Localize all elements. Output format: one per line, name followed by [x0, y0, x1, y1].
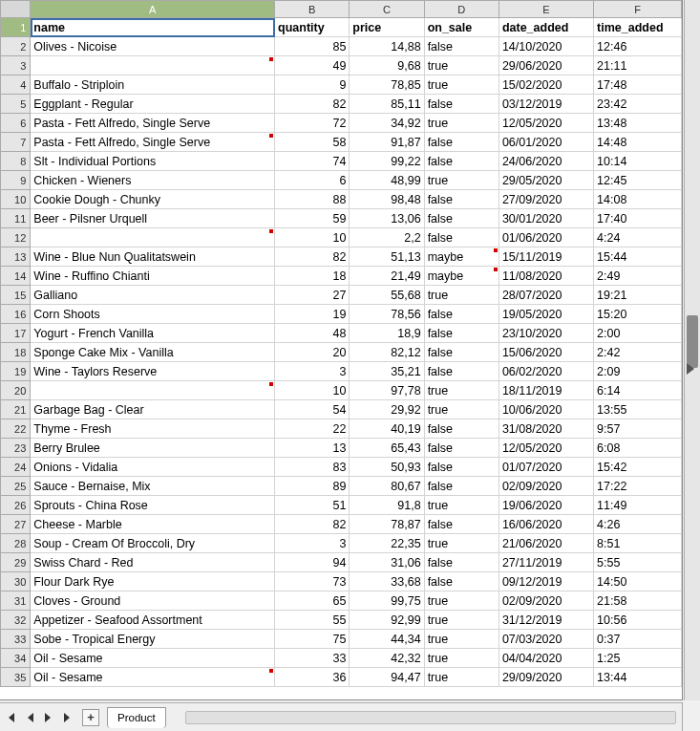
cell-C15[interactable]: 55,68	[350, 286, 424, 305]
cell-A27[interactable]: Cheese - Marble	[31, 515, 275, 534]
row-header-6[interactable]: 6	[1, 114, 31, 133]
cell-A9[interactable]: Chicken - Wieners	[31, 171, 275, 190]
cell-C14[interactable]: 21,49	[350, 267, 424, 286]
row-header-17[interactable]: 17	[1, 324, 31, 343]
cell-D16[interactable]: false	[424, 305, 498, 324]
cell-D1[interactable]: on_sale	[424, 18, 498, 37]
cell-A31[interactable]: Cloves - Ground	[31, 591, 275, 611]
cell-B6[interactable]: 72	[275, 114, 350, 133]
cell-A33[interactable]: Sobe - Tropical Energy	[31, 630, 275, 649]
cell-A13[interactable]: Wine - Blue Nun Qualitatswein	[31, 247, 275, 267]
cell-C8[interactable]: 99,22	[350, 152, 424, 171]
cell-F23[interactable]: 6:08	[594, 439, 682, 458]
cell-F19[interactable]: 2:09	[594, 362, 682, 381]
cell-E26[interactable]: 19/06/2020	[498, 496, 593, 515]
cell-C10[interactable]: 98,48	[350, 190, 424, 209]
cell-B35[interactable]: 36	[275, 668, 350, 687]
cell-C30[interactable]: 33,68	[350, 572, 424, 591]
tab-prev-icon[interactable]	[23, 711, 36, 724]
row-header-32[interactable]: 32	[1, 611, 31, 630]
cell-B30[interactable]: 73	[275, 572, 350, 591]
cell-D2[interactable]: false	[424, 37, 498, 56]
cell-F15[interactable]: 19:21	[594, 286, 682, 305]
cell-F21[interactable]: 13:55	[594, 400, 682, 419]
cell-E9[interactable]: 29/05/2020	[498, 171, 593, 190]
cell-F12[interactable]: 4:24	[594, 228, 682, 247]
cell-D21[interactable]: true	[424, 400, 498, 419]
row-header-15[interactable]: 15	[1, 286, 31, 305]
cell-F2[interactable]: 12:46	[594, 37, 682, 56]
cell-F33[interactable]: 0:37	[594, 630, 682, 649]
cell-F31[interactable]: 21:58	[594, 591, 682, 611]
cell-C26[interactable]: 91,8	[350, 496, 424, 515]
cell-C29[interactable]: 31,06	[350, 553, 424, 572]
tab-next-icon[interactable]	[42, 711, 55, 724]
cell-F35[interactable]: 13:44	[594, 668, 682, 687]
cell-C27[interactable]: 78,87	[350, 515, 424, 534]
cell-C22[interactable]: 40,19	[350, 419, 424, 439]
cell-D5[interactable]: false	[424, 95, 498, 114]
cell-D32[interactable]: true	[424, 611, 498, 630]
cell-E21[interactable]: 10/06/2020	[498, 400, 593, 419]
cell-F10[interactable]: 14:08	[594, 190, 682, 209]
cell-C24[interactable]: 50,93	[350, 458, 424, 477]
cell-D18[interactable]: false	[424, 343, 498, 362]
cell-E10[interactable]: 27/09/2020	[498, 190, 593, 209]
cell-B11[interactable]: 59	[275, 209, 350, 228]
cell-D33[interactable]: true	[424, 630, 498, 649]
cell-C32[interactable]: 92,99	[350, 611, 424, 630]
tab-first-icon[interactable]	[4, 711, 17, 724]
cell-A3[interactable]	[31, 56, 275, 75]
cell-D12[interactable]: false	[424, 228, 498, 247]
cell-C17[interactable]: 18,9	[350, 324, 424, 343]
cell-B28[interactable]: 3	[275, 534, 350, 553]
cell-F1[interactable]: time_added	[594, 18, 682, 37]
row-header-22[interactable]: 22	[1, 419, 31, 439]
row-header-20[interactable]: 20	[1, 381, 31, 400]
cell-F32[interactable]: 10:56	[594, 611, 682, 630]
row-header-19[interactable]: 19	[1, 362, 31, 381]
row-header-2[interactable]: 2	[1, 37, 31, 56]
cell-C31[interactable]: 99,75	[350, 591, 424, 611]
cell-D22[interactable]: false	[424, 419, 498, 439]
cell-B22[interactable]: 22	[275, 419, 350, 439]
cell-F11[interactable]: 17:40	[594, 209, 682, 228]
row-header-9[interactable]: 9	[1, 171, 31, 190]
cell-D30[interactable]: false	[424, 572, 498, 591]
cell-B10[interactable]: 88	[275, 190, 350, 209]
cell-B34[interactable]: 33	[275, 649, 350, 668]
cell-E31[interactable]: 02/09/2020	[498, 591, 593, 611]
cell-F9[interactable]: 12:45	[594, 171, 682, 190]
cell-B3[interactable]: 49	[275, 56, 350, 75]
row-header-14[interactable]: 14	[1, 267, 31, 286]
row-header-26[interactable]: 26	[1, 496, 31, 515]
cell-A12[interactable]	[31, 228, 275, 247]
cell-E18[interactable]: 15/06/2020	[498, 343, 593, 362]
row-header-3[interactable]: 3	[1, 56, 31, 75]
cell-B15[interactable]: 27	[275, 286, 350, 305]
cell-F14[interactable]: 2:49	[594, 267, 682, 286]
row-header-35[interactable]: 35	[1, 668, 31, 687]
row-header-10[interactable]: 10	[1, 190, 31, 209]
cell-A20[interactable]	[31, 381, 275, 400]
cell-C7[interactable]: 91,87	[350, 133, 424, 152]
cell-A5[interactable]: Eggplant - Regular	[31, 95, 275, 114]
cell-B17[interactable]: 48	[275, 324, 350, 343]
cell-B32[interactable]: 55	[275, 611, 350, 630]
col-header-E[interactable]: E	[498, 1, 593, 18]
cell-E35[interactable]: 29/09/2020	[498, 668, 593, 687]
cell-F8[interactable]: 10:14	[594, 152, 682, 171]
cell-B24[interactable]: 83	[275, 458, 350, 477]
cell-E28[interactable]: 21/06/2020	[498, 534, 593, 553]
cell-A2[interactable]: Olives - Nicoise	[31, 37, 275, 56]
cell-D20[interactable]: true	[424, 381, 498, 400]
row-header-7[interactable]: 7	[1, 133, 31, 152]
cell-A4[interactable]: Buffalo - Striploin	[31, 75, 275, 95]
cell-E5[interactable]: 03/12/2019	[498, 95, 593, 114]
cell-D23[interactable]: false	[424, 439, 498, 458]
cell-D8[interactable]: false	[424, 152, 498, 171]
cell-B8[interactable]: 74	[275, 152, 350, 171]
cell-A8[interactable]: Slt - Individual Portions	[31, 152, 275, 171]
cell-A18[interactable]: Sponge Cake Mix - Vanilla	[31, 343, 275, 362]
row-header-31[interactable]: 31	[1, 591, 31, 611]
